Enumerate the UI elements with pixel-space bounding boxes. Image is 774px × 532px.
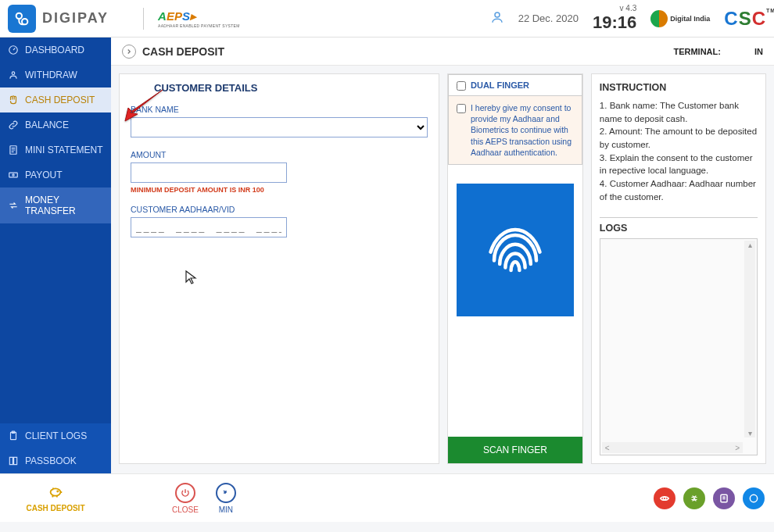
amount-label: AMOUNT xyxy=(131,150,428,159)
gauge-icon xyxy=(8,45,19,55)
svg-point-9 xyxy=(663,497,666,500)
instruction-panel: INSTRUCTION 1. Bank name: The Customer b… xyxy=(591,73,766,464)
consent-checkbox[interactable] xyxy=(457,104,466,113)
close-button[interactable]: CLOSE xyxy=(172,483,199,514)
minimize-icon xyxy=(216,483,236,503)
sidebar-label: CASH DEPOSIT xyxy=(25,95,95,105)
svg-point-0 xyxy=(495,12,500,17)
digital-india-logo: Digital India xyxy=(650,10,710,27)
power-icon xyxy=(175,483,195,503)
bank-select[interactable] xyxy=(131,117,428,137)
status-dot-blue[interactable] xyxy=(743,487,765,509)
status-dot-green[interactable] xyxy=(683,487,705,509)
cash-icon xyxy=(8,170,19,180)
amount-hint: MINIMUM DEPOSIT AMOUNT IS INR 100 xyxy=(131,186,428,194)
sidebar-item-money-transfer[interactable]: MONEY TRANSFER xyxy=(0,187,111,223)
instruction-title: INSTRUCTION xyxy=(600,82,758,93)
logs-box[interactable]: ▴▾ <> xyxy=(600,238,758,455)
sidebar-label: BALANCE xyxy=(25,120,69,130)
sidebar-label: CLIENT LOGS xyxy=(25,430,87,441)
terminal-info: TERMINAL: IN xyxy=(673,47,763,56)
active-module-indicator: CASH DEPOSIT xyxy=(9,484,102,512)
minimize-button[interactable]: MIN xyxy=(216,483,236,514)
version: v 4.3 xyxy=(593,4,636,12)
svg-point-8 xyxy=(57,491,58,492)
sidebar-item-balance[interactable]: BALANCE xyxy=(0,112,111,137)
aeps-logo: AEPS▸ AADHAAR ENABLED PAYMENT SYSTEM xyxy=(132,8,240,30)
bank-label: BANK NAME xyxy=(131,105,428,114)
page-title: CASH DEPOSIT xyxy=(142,45,224,58)
scrollbar-vertical[interactable]: ▴▾ xyxy=(744,241,755,437)
user-icon[interactable] xyxy=(490,10,504,27)
svg-point-11 xyxy=(750,495,757,502)
consent-row[interactable]: I hereby give my consent to provide my A… xyxy=(448,96,582,165)
brand-text: DIGIPAY xyxy=(42,10,109,27)
book-icon xyxy=(8,455,19,466)
svg-point-2 xyxy=(12,72,15,75)
sidebar-label: WITHDRAW xyxy=(25,70,77,80)
link-icon xyxy=(8,120,19,130)
clipboard-icon xyxy=(8,430,19,441)
sidebar-item-payout[interactable]: PAYOUT xyxy=(0,162,111,187)
bottom-bar: CASH DEPOSIT CLOSE MIN xyxy=(0,473,774,522)
sidebar: DASHBOARD WITHDRAW CASH DEPOSIT BALANCE … xyxy=(0,37,111,473)
csc-logo: CSC TM xyxy=(724,8,766,30)
dual-finger-checkbox[interactable] xyxy=(457,81,466,91)
scrollbar-horizontal[interactable]: <> xyxy=(602,442,743,453)
sidebar-item-withdraw[interactable]: WITHDRAW xyxy=(0,62,111,87)
aadhaar-input[interactable] xyxy=(131,217,287,237)
consent-text: I hereby give my consent to provide my A… xyxy=(471,102,574,158)
status-dot-purple[interactable] xyxy=(713,487,735,509)
scan-finger-button[interactable]: SCAN FINGER xyxy=(448,437,582,463)
app-header: DIGIPAY AEPS▸ AADHAAR ENABLED PAYMENT SY… xyxy=(0,0,774,37)
status-dot-red[interactable] xyxy=(654,487,675,509)
sidebar-label: MONEY TRANSFER xyxy=(25,195,103,216)
dual-finger-label: DUAL FINGER xyxy=(471,80,529,90)
svg-point-5 xyxy=(13,174,14,176)
sidebar-item-client-logs[interactable]: CLIENT LOGS xyxy=(0,423,111,448)
aadhaar-label: CUSTOMER AADHAAR/VID xyxy=(131,205,428,214)
hand-icon xyxy=(8,95,19,105)
amount-input[interactable] xyxy=(131,162,287,183)
dual-finger-row[interactable]: DUAL FINGER xyxy=(448,74,582,96)
main-area: CASH DEPOSIT TERMINAL: IN CUSTOMER DETAI… xyxy=(111,37,774,473)
sidebar-item-passbook[interactable]: PASSBOOK xyxy=(0,448,111,473)
header-time: 19:16 xyxy=(593,12,636,33)
sidebar-item-cash-deposit[interactable]: CASH DEPOSIT xyxy=(0,87,111,112)
doc-icon xyxy=(8,145,19,155)
chevron-right-icon xyxy=(122,45,136,59)
piggy-icon xyxy=(45,484,66,502)
header-date: 22 Dec. 2020 xyxy=(518,12,579,24)
logs-title: LOGS xyxy=(600,217,758,234)
page-header: CASH DEPOSIT TERMINAL: IN xyxy=(111,37,774,66)
fingerprint-panel: DUAL FINGER I hereby give my consent to … xyxy=(447,73,583,464)
sidebar-label: DASHBOARD xyxy=(25,45,84,55)
instruction-body: 1. Bank name: The Customer bank name to … xyxy=(600,99,758,203)
fingerprint-icon xyxy=(457,184,574,316)
sidebar-label: PASSBOOK xyxy=(25,455,77,466)
section-title: CUSTOMER DETAILS xyxy=(154,82,428,94)
svg-rect-4 xyxy=(9,173,18,177)
sidebar-label: MINI STATEMENT xyxy=(25,145,103,155)
customer-details-panel: CUSTOMER DETAILS BANK NAME AMOUNT MINIMU… xyxy=(119,73,439,464)
sidebar-label: PAYOUT xyxy=(25,170,63,180)
sidebar-item-dashboard[interactable]: DASHBOARD xyxy=(0,37,111,62)
transfer-icon xyxy=(8,200,19,211)
app-logo xyxy=(8,5,36,33)
user-icon xyxy=(8,70,19,80)
sidebar-item-mini-statement[interactable]: MINI STATEMENT xyxy=(0,137,111,162)
